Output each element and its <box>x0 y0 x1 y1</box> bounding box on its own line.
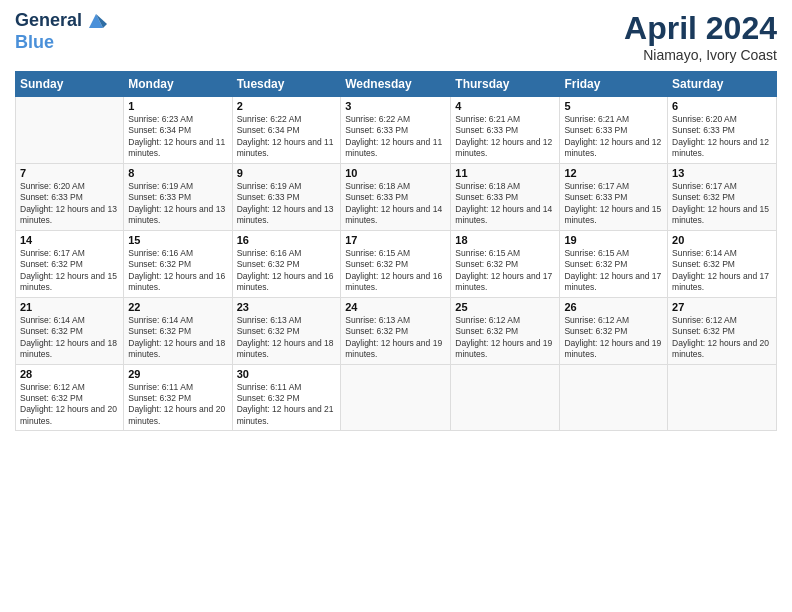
col-wednesday: Wednesday <box>341 72 451 97</box>
calendar-week-2: 7Sunrise: 6:20 AMSunset: 6:33 PMDaylight… <box>16 163 777 230</box>
day-number: 24 <box>345 301 446 313</box>
day-info: Sunrise: 6:21 AMSunset: 6:33 PMDaylight:… <box>564 114 663 160</box>
day-info: Sunrise: 6:14 AMSunset: 6:32 PMDaylight:… <box>672 248 772 294</box>
day-number: 18 <box>455 234 555 246</box>
day-number: 17 <box>345 234 446 246</box>
calendar-day: 10Sunrise: 6:18 AMSunset: 6:33 PMDayligh… <box>341 163 451 230</box>
day-number: 25 <box>455 301 555 313</box>
day-number: 28 <box>20 368 119 380</box>
calendar-day <box>451 364 560 431</box>
calendar-week-3: 14Sunrise: 6:17 AMSunset: 6:32 PMDayligh… <box>16 230 777 297</box>
col-monday: Monday <box>124 72 232 97</box>
day-info: Sunrise: 6:12 AMSunset: 6:32 PMDaylight:… <box>672 315 772 361</box>
calendar-day <box>16 97 124 164</box>
day-number: 20 <box>672 234 772 246</box>
calendar-day: 22Sunrise: 6:14 AMSunset: 6:32 PMDayligh… <box>124 297 232 364</box>
location-subtitle: Niamayo, Ivory Coast <box>624 47 777 63</box>
calendar-day: 20Sunrise: 6:14 AMSunset: 6:32 PMDayligh… <box>668 230 777 297</box>
day-number: 21 <box>20 301 119 313</box>
day-number: 13 <box>672 167 772 179</box>
calendar-day <box>341 364 451 431</box>
calendar-week-1: 1Sunrise: 6:23 AMSunset: 6:34 PMDaylight… <box>16 97 777 164</box>
logo-blue: Blue <box>15 32 107 53</box>
calendar-day: 11Sunrise: 6:18 AMSunset: 6:33 PMDayligh… <box>451 163 560 230</box>
day-info: Sunrise: 6:15 AMSunset: 6:32 PMDaylight:… <box>455 248 555 294</box>
day-number: 30 <box>237 368 337 380</box>
calendar-header-row: Sunday Monday Tuesday Wednesday Thursday… <box>16 72 777 97</box>
calendar-day: 2Sunrise: 6:22 AMSunset: 6:34 PMDaylight… <box>232 97 341 164</box>
day-info: Sunrise: 6:17 AMSunset: 6:33 PMDaylight:… <box>564 181 663 227</box>
day-info: Sunrise: 6:15 AMSunset: 6:32 PMDaylight:… <box>564 248 663 294</box>
day-info: Sunrise: 6:23 AMSunset: 6:34 PMDaylight:… <box>128 114 227 160</box>
day-number: 27 <box>672 301 772 313</box>
day-info: Sunrise: 6:14 AMSunset: 6:32 PMDaylight:… <box>128 315 227 361</box>
calendar-day: 8Sunrise: 6:19 AMSunset: 6:33 PMDaylight… <box>124 163 232 230</box>
day-info: Sunrise: 6:19 AMSunset: 6:33 PMDaylight:… <box>237 181 337 227</box>
calendar-day: 13Sunrise: 6:17 AMSunset: 6:32 PMDayligh… <box>668 163 777 230</box>
calendar-day: 17Sunrise: 6:15 AMSunset: 6:32 PMDayligh… <box>341 230 451 297</box>
calendar-day: 9Sunrise: 6:19 AMSunset: 6:33 PMDaylight… <box>232 163 341 230</box>
day-info: Sunrise: 6:14 AMSunset: 6:32 PMDaylight:… <box>20 315 119 361</box>
calendar-day: 21Sunrise: 6:14 AMSunset: 6:32 PMDayligh… <box>16 297 124 364</box>
day-info: Sunrise: 6:22 AMSunset: 6:34 PMDaylight:… <box>237 114 337 160</box>
day-info: Sunrise: 6:21 AMSunset: 6:33 PMDaylight:… <box>455 114 555 160</box>
day-number: 3 <box>345 100 446 112</box>
page: General Blue April 2024 Niamayo, Ivory C… <box>0 0 792 612</box>
calendar-week-5: 28Sunrise: 6:12 AMSunset: 6:32 PMDayligh… <box>16 364 777 431</box>
calendar-day <box>560 364 668 431</box>
day-number: 9 <box>237 167 337 179</box>
day-info: Sunrise: 6:16 AMSunset: 6:32 PMDaylight:… <box>237 248 337 294</box>
calendar-day: 30Sunrise: 6:11 AMSunset: 6:32 PMDayligh… <box>232 364 341 431</box>
col-friday: Friday <box>560 72 668 97</box>
day-number: 2 <box>237 100 337 112</box>
day-info: Sunrise: 6:17 AMSunset: 6:32 PMDaylight:… <box>20 248 119 294</box>
col-sunday: Sunday <box>16 72 124 97</box>
day-number: 8 <box>128 167 227 179</box>
day-info: Sunrise: 6:11 AMSunset: 6:32 PMDaylight:… <box>128 382 227 428</box>
calendar-day <box>668 364 777 431</box>
calendar-day: 28Sunrise: 6:12 AMSunset: 6:32 PMDayligh… <box>16 364 124 431</box>
calendar-day: 7Sunrise: 6:20 AMSunset: 6:33 PMDaylight… <box>16 163 124 230</box>
day-number: 11 <box>455 167 555 179</box>
calendar-day: 25Sunrise: 6:12 AMSunset: 6:32 PMDayligh… <box>451 297 560 364</box>
calendar-day: 19Sunrise: 6:15 AMSunset: 6:32 PMDayligh… <box>560 230 668 297</box>
day-number: 16 <box>237 234 337 246</box>
day-info: Sunrise: 6:19 AMSunset: 6:33 PMDaylight:… <box>128 181 227 227</box>
day-number: 1 <box>128 100 227 112</box>
logo-text: General <box>15 11 82 31</box>
day-number: 23 <box>237 301 337 313</box>
calendar-day: 3Sunrise: 6:22 AMSunset: 6:33 PMDaylight… <box>341 97 451 164</box>
day-number: 6 <box>672 100 772 112</box>
day-info: Sunrise: 6:13 AMSunset: 6:32 PMDaylight:… <box>345 315 446 361</box>
calendar-day: 26Sunrise: 6:12 AMSunset: 6:32 PMDayligh… <box>560 297 668 364</box>
calendar-week-4: 21Sunrise: 6:14 AMSunset: 6:32 PMDayligh… <box>16 297 777 364</box>
day-info: Sunrise: 6:20 AMSunset: 6:33 PMDaylight:… <box>672 114 772 160</box>
day-info: Sunrise: 6:11 AMSunset: 6:32 PMDaylight:… <box>237 382 337 428</box>
day-info: Sunrise: 6:22 AMSunset: 6:33 PMDaylight:… <box>345 114 446 160</box>
calendar-day: 27Sunrise: 6:12 AMSunset: 6:32 PMDayligh… <box>668 297 777 364</box>
calendar-day: 29Sunrise: 6:11 AMSunset: 6:32 PMDayligh… <box>124 364 232 431</box>
day-number: 14 <box>20 234 119 246</box>
day-number: 4 <box>455 100 555 112</box>
calendar-day: 1Sunrise: 6:23 AMSunset: 6:34 PMDaylight… <box>124 97 232 164</box>
day-info: Sunrise: 6:15 AMSunset: 6:32 PMDaylight:… <box>345 248 446 294</box>
col-tuesday: Tuesday <box>232 72 341 97</box>
calendar-day: 24Sunrise: 6:13 AMSunset: 6:32 PMDayligh… <box>341 297 451 364</box>
day-number: 15 <box>128 234 227 246</box>
calendar-day: 6Sunrise: 6:20 AMSunset: 6:33 PMDaylight… <box>668 97 777 164</box>
header: General Blue April 2024 Niamayo, Ivory C… <box>15 10 777 63</box>
col-thursday: Thursday <box>451 72 560 97</box>
day-info: Sunrise: 6:13 AMSunset: 6:32 PMDaylight:… <box>237 315 337 361</box>
day-number: 19 <box>564 234 663 246</box>
logo-icon <box>85 10 107 32</box>
day-info: Sunrise: 6:17 AMSunset: 6:32 PMDaylight:… <box>672 181 772 227</box>
day-number: 26 <box>564 301 663 313</box>
calendar-day: 16Sunrise: 6:16 AMSunset: 6:32 PMDayligh… <box>232 230 341 297</box>
day-info: Sunrise: 6:12 AMSunset: 6:32 PMDaylight:… <box>20 382 119 428</box>
day-info: Sunrise: 6:16 AMSunset: 6:32 PMDaylight:… <box>128 248 227 294</box>
col-saturday: Saturday <box>668 72 777 97</box>
calendar-day: 23Sunrise: 6:13 AMSunset: 6:32 PMDayligh… <box>232 297 341 364</box>
calendar-day: 18Sunrise: 6:15 AMSunset: 6:32 PMDayligh… <box>451 230 560 297</box>
day-info: Sunrise: 6:18 AMSunset: 6:33 PMDaylight:… <box>345 181 446 227</box>
day-number: 10 <box>345 167 446 179</box>
